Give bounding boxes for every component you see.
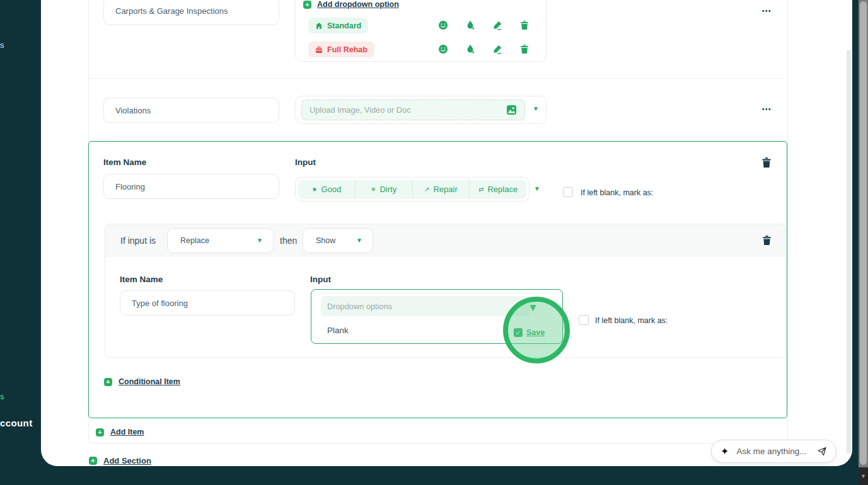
emoji-icon[interactable] [438, 44, 448, 54]
scroll-down-button[interactable]: ▼ [859, 467, 868, 485]
condition-value: Replace [180, 236, 209, 245]
row-more-menu[interactable]: ••• [762, 8, 772, 14]
edit-pencil-icon[interactable] [492, 20, 502, 30]
upload-placeholder: Upload Image, Video or Doc [310, 105, 506, 115]
blank-mark-label: If left blank, mark as: [581, 188, 653, 197]
plus-icon: + [89, 457, 97, 465]
segment-repair[interactable]: ↗ Repair [413, 180, 470, 199]
edit-pencil-icon[interactable] [492, 44, 502, 54]
option-chip-label: Full Rehab [327, 45, 367, 54]
chevron-down-icon[interactable]: ▼ [533, 106, 539, 112]
segment-label: Good [321, 185, 341, 194]
plus-icon: + [96, 428, 104, 437]
toolbox-icon [315, 46, 323, 54]
nested-item-name-value: Type of flooring [132, 299, 188, 308]
color-drop-icon[interactable] [465, 20, 475, 30]
house-icon [315, 22, 323, 30]
segment-label: Dirty [379, 185, 396, 194]
scrollbar-thumb[interactable] [860, 1, 867, 465]
delete-item-trash-icon[interactable] [761, 157, 772, 168]
segment-group: ★ Good ✳ Dirty ↗ Repair ⇄ Replace [298, 180, 526, 199]
upload-dropzone[interactable]: Upload Image, Video or Doc [301, 100, 525, 120]
add-item-label: Add Item [110, 428, 144, 437]
emoji-icon[interactable] [438, 20, 448, 30]
chevron-down-icon[interactable]: ▼ [534, 186, 540, 192]
delete-conditional-trash-icon[interactable] [761, 235, 772, 246]
plus-icon: + [104, 378, 112, 386]
option-actions-full-rehab [438, 44, 529, 54]
chevron-down-icon: ▼ [257, 237, 263, 244]
ask-ai-placeholder: Ask me anything... [736, 447, 809, 456]
segment-replace[interactable]: ⇄ Replace [470, 180, 526, 199]
option-chip-full-rehab[interactable]: Full Rehab [308, 42, 374, 57]
dropdown-option-row: Full Rehab [308, 42, 374, 57]
input-label: Input [295, 157, 316, 167]
segment-label: Repair [433, 185, 457, 194]
add-section-button[interactable]: + Add Section [89, 456, 151, 465]
add-item-button[interactable]: + Add Item [96, 428, 144, 437]
dropdown-option-row: Standard [308, 18, 368, 33]
row-more-menu[interactable]: ••• [762, 106, 772, 113]
condition-select[interactable]: Replace ▼ [167, 228, 274, 253]
action-value: Show [316, 236, 335, 245]
row-name-value: Violations [115, 106, 151, 115]
send-icon[interactable] [817, 447, 827, 457]
row-name-input[interactable]: Violations [103, 98, 279, 123]
add-dropdown-option[interactable]: + Add dropdown option [303, 0, 399, 9]
divider [89, 78, 786, 79]
good-icon: ★ [311, 186, 317, 193]
segment-label: Replace [487, 185, 518, 194]
action-select[interactable]: Show ▼ [303, 228, 373, 253]
conditional-header: If input is Replace ▼ then Show ▼ [105, 224, 785, 257]
option-chip-label: Standard [327, 21, 361, 30]
nested-item-name-label: Item Name [120, 275, 163, 284]
row-name-value: Carports & Garage Inspections [115, 6, 228, 16]
conditional-item-label: Conditional Item [119, 377, 180, 386]
nested-item-name-input[interactable]: Type of flooring [120, 290, 295, 316]
chevron-down-icon: ▼ [356, 237, 362, 244]
sidebar-item-fragment[interactable]: s [0, 40, 4, 50]
then-text: then [280, 236, 297, 246]
segment-dirty[interactable]: ✳ Dirty [356, 180, 413, 199]
replace-icon: ⇄ [478, 186, 483, 193]
click-highlight-circle [503, 297, 570, 363]
sidebar-item-account[interactable]: ccount [0, 418, 33, 428]
item-name-input[interactable]: Flooring [103, 174, 279, 199]
dropdown-options-input[interactable]: Dropdown options [321, 296, 529, 316]
option-chip-standard[interactable]: Standard [308, 18, 368, 33]
item-name-value: Flooring [115, 182, 145, 191]
blank-mark-checkbox[interactable] [563, 187, 573, 197]
repair-icon: ↗ [424, 186, 429, 193]
add-section-label: Add Section [103, 456, 151, 465]
trash-icon[interactable] [519, 44, 529, 54]
image-icon [506, 105, 517, 115]
screen: s s ccount Carports & Garage Inspections… [0, 0, 868, 485]
nested-input-label: Input [310, 275, 331, 284]
color-drop-icon[interactable] [465, 44, 475, 54]
scroll-down-arrow-icon: ▼ [860, 473, 866, 479]
sidebar-item-fragment-green[interactable]: s [0, 392, 4, 401]
dropdown-options-placeholder: Dropdown options [327, 302, 392, 311]
row-name-input[interactable]: Carports & Garage Inspections [103, 0, 279, 25]
dirty-icon: ✳ [371, 186, 376, 193]
trash-icon[interactable] [519, 20, 529, 30]
conditional-item-button[interactable]: + Conditional Item [104, 377, 180, 386]
nested-blank-mark-checkbox[interactable] [579, 315, 589, 325]
add-dropdown-option-label: Add dropdown option [317, 0, 399, 9]
inner-scrollbar-thumb[interactable] [847, 50, 851, 454]
input-type-segments: ★ Good ✳ Dirty ↗ Repair ⇄ Replace [295, 177, 529, 202]
ask-ai-input[interactable]: ✦ Ask me anything... [711, 440, 836, 463]
nested-blank-mark-label: If left blank, mark as: [595, 316, 668, 325]
page-background-bottom [0, 466, 859, 485]
dropdown-option-plank[interactable]: Plank [327, 326, 349, 335]
segment-good[interactable]: ★ Good [298, 180, 356, 199]
plus-icon: + [303, 1, 311, 9]
item-name-label: Item Name [103, 157, 146, 167]
if-input-is-text: If input is [120, 236, 156, 246]
sparkle-icon: ✦ [720, 445, 729, 457]
option-actions-standard [438, 20, 529, 30]
